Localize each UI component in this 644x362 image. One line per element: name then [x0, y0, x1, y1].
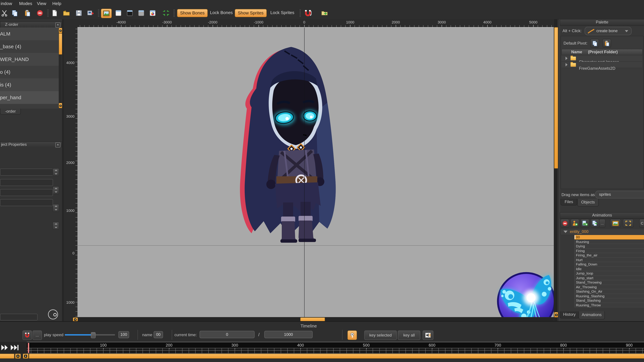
animation-item[interactable]: Firing_the_air — [574, 253, 644, 258]
show-sprites-toggle[interactable]: Show Sprites — [235, 9, 266, 17]
current-time-input[interactable]: 0 — [200, 331, 254, 338]
property-input[interactable] — [0, 179, 53, 186]
add-entity-button[interactable] — [570, 219, 579, 228]
scrollbar-piece[interactable] — [0, 354, 14, 359]
drag-items-dropdown[interactable]: sprites — [595, 191, 644, 198]
animation-item[interactable]: Stand_Throwing — [574, 280, 644, 285]
scrollbar-handle[interactable] — [300, 318, 325, 321]
background-color-button[interactable] — [148, 9, 157, 17]
delete-icon[interactable] — [36, 9, 44, 17]
close-icon[interactable]: ✕ — [55, 22, 60, 27]
new-file-icon[interactable] — [50, 9, 59, 17]
animation-item[interactable]: Jump_loop — [574, 271, 644, 276]
tab-files[interactable]: Files — [560, 199, 577, 205]
animation-item[interactable]: Ruuning_Slashing — [574, 294, 644, 298]
key-selected-button[interactable]: key selected — [364, 331, 397, 340]
timeline-more-button[interactable]: ... — [32, 331, 42, 340]
keyframe-track-button[interactable] — [23, 354, 28, 359]
name-input[interactable]: 00 — [154, 331, 163, 338]
show-bones-toggle[interactable]: Show Bones — [177, 9, 208, 17]
animation-item[interactable]: Firing — [574, 249, 644, 253]
tree-row-folder[interactable]: Character part Images — [562, 55, 642, 62]
background-gray-button[interactable] — [137, 9, 146, 17]
keyframe-track-bar[interactable] — [29, 354, 644, 359]
background-dark-button[interactable] — [126, 9, 134, 17]
property-stepper[interactable] — [53, 186, 59, 194]
animation-item[interactable]: Ruuning_Throw — [574, 303, 644, 307]
entity-row[interactable]: entity_000 — [560, 229, 644, 235]
scrollbar-button[interactable] — [73, 318, 78, 321]
alt-click-dropdown[interactable]: create bone — [585, 27, 632, 35]
collapse-arrow-icon[interactable] — [564, 231, 568, 233]
property-stepper[interactable] — [53, 204, 59, 212]
paste-pivot-button[interactable] — [602, 39, 611, 48]
property-stepper[interactable] — [53, 222, 59, 230]
cut-icon[interactable] — [0, 9, 9, 17]
animation-item-selected[interactable]: 00 — [574, 235, 644, 240]
property-input[interactable] — [0, 169, 53, 176]
angle-dial[interactable] — [48, 309, 58, 320]
character-sprite[interactable] — [234, 38, 348, 246]
animation-item[interactable]: Falling_Down — [574, 262, 644, 267]
z-order-item[interactable]: WER_HAND — [0, 53, 59, 66]
close-icon[interactable]: ✕ — [55, 142, 60, 147]
tree-header[interactable]: Name (Project Folder) — [562, 49, 643, 55]
animation-item[interactable]: Air_Throwing — [574, 285, 644, 289]
animation-item[interactable]: Dying — [574, 244, 644, 249]
animation-item[interactable]: Idle — [574, 267, 644, 271]
property-input[interactable] — [0, 189, 53, 196]
delete-animation-button[interactable] — [560, 219, 569, 228]
cut-off-button[interactable]: C — [639, 219, 644, 228]
property-input[interactable] — [0, 199, 53, 206]
copy-icon[interactable] — [10, 9, 19, 17]
menu-help[interactable]: Help — [52, 1, 62, 6]
background-white-button[interactable] — [114, 9, 123, 17]
lock-bones-toggle[interactable]: Lock Bones — [207, 9, 236, 16]
open-folder-icon[interactable] — [62, 9, 71, 17]
animation-item[interactable]: Ruuning — [574, 240, 644, 244]
tab-objects[interactable]: Objects — [577, 199, 599, 206]
paste-icon[interactable] — [23, 9, 32, 17]
canvas-viewport[interactable] — [78, 27, 554, 317]
animation-item[interactable]: Hurt — [574, 258, 644, 262]
duration-input[interactable]: 1000 — [264, 331, 312, 338]
key-all-button[interactable]: key all — [398, 331, 420, 340]
duplicate-animation-button[interactable] — [591, 219, 600, 228]
menu-modes[interactable]: Modes — [19, 1, 32, 6]
animation-item[interactable]: Slashing_On_Air — [574, 289, 644, 294]
animation-item[interactable]: Jump_start — [574, 276, 644, 280]
animation-item[interactable]: Stand_Slashing — [574, 298, 644, 303]
z-order-item[interactable]: is (4) — [0, 78, 59, 91]
save-icon[interactable] — [74, 9, 83, 17]
canvas-v-scrollbar[interactable] — [554, 19, 558, 321]
angle-input[interactable] — [0, 314, 38, 321]
slider-handle[interactable] — [91, 332, 96, 338]
z-order-item[interactable]: o (4) — [0, 66, 59, 78]
play-speed-input[interactable]: 100 — [118, 331, 129, 338]
import-icon[interactable] — [86, 9, 95, 17]
property-stepper[interactable] — [53, 168, 59, 176]
play-speed-slider[interactable] — [65, 332, 115, 338]
canvas-h-scrollbar[interactable] — [72, 318, 554, 321]
lock-sprites-toggle[interactable]: Lock Sprites — [268, 9, 297, 16]
scrollbar-handle[interactable] — [554, 27, 558, 169]
tab-animations[interactable]: Animations — [578, 311, 605, 320]
scrollbar-button[interactable] — [15, 354, 21, 359]
fit-view-button[interactable] — [623, 219, 634, 228]
auto-key-button[interactable] — [348, 331, 357, 340]
scrollbar-down-button[interactable] — [59, 103, 62, 108]
menu-window[interactable]: indow — [1, 1, 12, 6]
menu-view[interactable]: View — [37, 1, 46, 6]
add-animation-button[interactable] — [580, 219, 589, 228]
scrollbar-handle[interactable] — [59, 33, 62, 55]
expand-arrow-icon[interactable] — [566, 57, 568, 60]
orb-sprite[interactable] — [496, 271, 554, 317]
preview-image-button[interactable] — [610, 219, 621, 228]
timeline-snap-button[interactable] — [22, 331, 32, 340]
sound-button[interactable] — [422, 331, 433, 340]
expand-arrow-icon[interactable] — [566, 63, 568, 66]
play-forward-icon[interactable] — [1, 344, 22, 351]
copy-pivot-button[interactable] — [590, 39, 599, 48]
snapping-magnet-icon[interactable] — [304, 9, 312, 17]
tab-history[interactable]: History — [560, 311, 579, 319]
